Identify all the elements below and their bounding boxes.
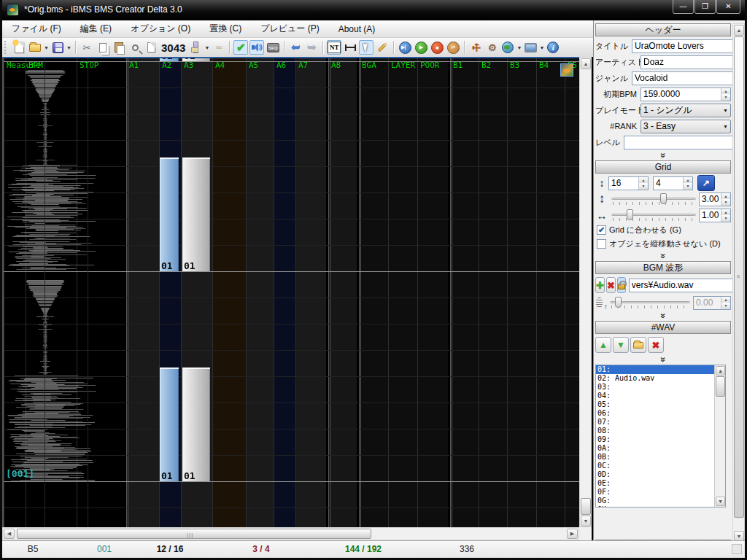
wavlist-up-arrow[interactable]: ▲ bbox=[716, 366, 725, 376]
measure-width-button[interactable] bbox=[343, 40, 357, 55]
scroll-left-arrow[interactable]: ◀ bbox=[4, 529, 15, 539]
wav-list-item[interactable]: 0E: bbox=[596, 479, 725, 488]
maximize-button[interactable]: ❐ bbox=[694, 0, 716, 14]
lane-a7[interactable] bbox=[295, 58, 326, 527]
hzoom-slider-thumb[interactable] bbox=[627, 209, 633, 220]
wav-move-up-button[interactable]: ▲ bbox=[595, 337, 611, 353]
long-note-a3[interactable]: 01 bbox=[182, 368, 210, 481]
bgm-add-button[interactable]: ✚ bbox=[595, 277, 605, 293]
lane-poor[interactable] bbox=[417, 58, 448, 527]
wav-list-item[interactable]: 0H: bbox=[596, 505, 725, 508]
display-dropdown-arrow[interactable]: ▼ bbox=[538, 40, 545, 55]
wav-list-item[interactable]: 08: bbox=[596, 427, 725, 435]
rank-combobox[interactable]: 3 - Easy▼ bbox=[640, 120, 731, 133]
minimize-button[interactable]: — bbox=[673, 0, 694, 14]
note-grid[interactable]: 010101010101 MeasureBPMSTOPA1A2A3A4A5A6A… bbox=[2, 57, 579, 527]
section-header-grid[interactable]: Grid bbox=[595, 160, 731, 174]
new-file-button[interactable] bbox=[12, 40, 26, 55]
lock-vertical-row[interactable]: オブジェを縦移動させない (D) bbox=[595, 238, 731, 250]
section-header-title[interactable]: ヘッダー bbox=[595, 23, 731, 36]
lane-a6[interactable] bbox=[274, 58, 295, 527]
title-input[interactable] bbox=[632, 39, 747, 53]
toolbar-grip[interactable] bbox=[4, 41, 8, 54]
menu-item-5[interactable]: About (A) bbox=[329, 21, 385, 37]
redo-button[interactable]: ➥ bbox=[304, 40, 319, 55]
long-note-a3[interactable]: 01 bbox=[182, 158, 210, 271]
cut-button[interactable]: ✂ bbox=[80, 40, 94, 55]
collapse-bgm-chevron[interactable]: » bbox=[659, 311, 667, 321]
search-button[interactable] bbox=[128, 40, 142, 55]
lane-a4[interactable] bbox=[212, 58, 246, 527]
lane-b5[interactable] bbox=[565, 58, 579, 527]
pencil-tool-button[interactable] bbox=[375, 40, 390, 55]
save-dropdown-arrow[interactable]: ▼ bbox=[66, 40, 72, 55]
bgm-offset-spinner[interactable]: 0.00 ▲▼ bbox=[693, 296, 731, 310]
wav-list-item[interactable]: 0A: bbox=[596, 444, 725, 453]
collapse-grid-chevron[interactable]: » bbox=[659, 251, 667, 261]
play-from-button[interactable]: ▶▏ bbox=[398, 40, 412, 55]
wav-listbox[interactable]: 01:02: Audio.wav03:04:05:06:07:08:09:0A:… bbox=[595, 365, 726, 508]
grid-apply-button[interactable]: ↗ bbox=[697, 175, 715, 191]
options-button[interactable]: ⚙ bbox=[484, 40, 499, 55]
snap-to-grid-checkbox[interactable]: ✔ bbox=[597, 225, 606, 235]
wavlist-scrollbar[interactable]: ▲ ▼ bbox=[714, 365, 725, 507]
nt-mode-button[interactable]: NT bbox=[327, 40, 341, 55]
vertical-zoom-slider[interactable] bbox=[611, 192, 696, 206]
section-header-bgm[interactable]: BGM 波形 bbox=[595, 261, 731, 274]
wav-delete-button[interactable]: ✖ bbox=[648, 337, 664, 353]
lane-b1[interactable] bbox=[450, 58, 479, 527]
wav-open-button[interactable] bbox=[630, 337, 646, 353]
seq-button[interactable]: SEQ bbox=[266, 40, 280, 55]
vzoom-spinner[interactable]: 3.00 ▲▼ bbox=[699, 192, 731, 206]
lane-b2[interactable] bbox=[479, 58, 507, 527]
wavlist-down-arrow[interactable]: ▼ bbox=[716, 497, 725, 506]
loop-button[interactable]: ⇄ bbox=[446, 40, 460, 55]
hscroll-thumb[interactable]: ||| bbox=[17, 529, 371, 539]
tools-button[interactable]: ⚒ bbox=[468, 40, 483, 55]
select-tool-button[interactable] bbox=[359, 40, 374, 55]
bga-thumbnail[interactable] bbox=[560, 63, 573, 77]
wav-list-item[interactable]: 0G: bbox=[596, 497, 725, 505]
scroll-down-arrow[interactable]: ▼ bbox=[581, 516, 591, 526]
copy-button[interactable] bbox=[96, 40, 110, 55]
lane-a1[interactable] bbox=[126, 58, 159, 527]
lane-layer[interactable] bbox=[388, 58, 417, 527]
bgm-path-input[interactable] bbox=[629, 279, 747, 292]
display-button[interactable] bbox=[523, 40, 538, 55]
bgm-remove-button[interactable]: ✖ bbox=[606, 277, 616, 293]
divider-dropdown-arrow[interactable]: ▼ bbox=[204, 40, 210, 55]
web-button[interactable] bbox=[500, 40, 515, 55]
wav-list-item[interactable]: 0B: bbox=[596, 453, 725, 462]
wav-list-item[interactable]: 02: Audio.wav bbox=[596, 374, 725, 383]
editor-hscrollbar[interactable]: ◀ ||| ▶ bbox=[2, 527, 579, 540]
snap-to-grid-row[interactable]: ✔ Grid に合わせる (G) bbox=[595, 224, 731, 236]
scroll-up-arrow[interactable]: ▲ bbox=[581, 58, 591, 69]
collapse-wav-chevron[interactable]: » bbox=[659, 354, 667, 365]
play-button[interactable]: ▶ bbox=[414, 40, 428, 55]
genre-input[interactable] bbox=[632, 71, 747, 85]
grid-subdiv-spinner[interactable]: 4 ▲▼ bbox=[653, 176, 693, 190]
wav-list-item[interactable]: 07: bbox=[596, 418, 725, 427]
ghost-tool-button[interactable]: ≈≈ bbox=[211, 40, 225, 55]
verify-toggle-button[interactable]: ✔ bbox=[233, 40, 248, 55]
bpm-spinner[interactable]: 159.0000 ▲▼ bbox=[640, 88, 731, 101]
wav-list-item[interactable]: 01: bbox=[596, 365, 725, 374]
sidebar-scrollbar[interactable]: ▲ ≡ ▼ bbox=[732, 23, 745, 542]
wav-list-item[interactable]: 03: bbox=[596, 383, 725, 392]
undo-button[interactable]: ➥ bbox=[288, 40, 303, 55]
stop-button[interactable]: ■ bbox=[430, 40, 444, 55]
open-file-button[interactable] bbox=[28, 40, 42, 55]
vzoom-slider-thumb[interactable] bbox=[660, 193, 667, 204]
web-dropdown-arrow[interactable]: ▼ bbox=[516, 40, 522, 55]
wav-list-item[interactable]: 06: bbox=[596, 409, 725, 418]
menu-item-4[interactable]: プレビュー (P) bbox=[251, 20, 328, 38]
wav-list-item[interactable]: 09: bbox=[596, 435, 725, 444]
wav-list-item[interactable]: 04: bbox=[596, 392, 725, 400]
sidebar-scroll-up[interactable]: ▲ bbox=[734, 25, 744, 36]
about-button[interactable]: i bbox=[546, 40, 560, 55]
sound-toggle-button[interactable] bbox=[249, 40, 264, 55]
menu-item-0[interactable]: ファイル (F) bbox=[2, 20, 71, 38]
close-button[interactable]: ✕ bbox=[716, 0, 740, 14]
lane-bga[interactable] bbox=[359, 58, 388, 527]
open-dropdown-arrow[interactable]: ▼ bbox=[43, 40, 50, 55]
